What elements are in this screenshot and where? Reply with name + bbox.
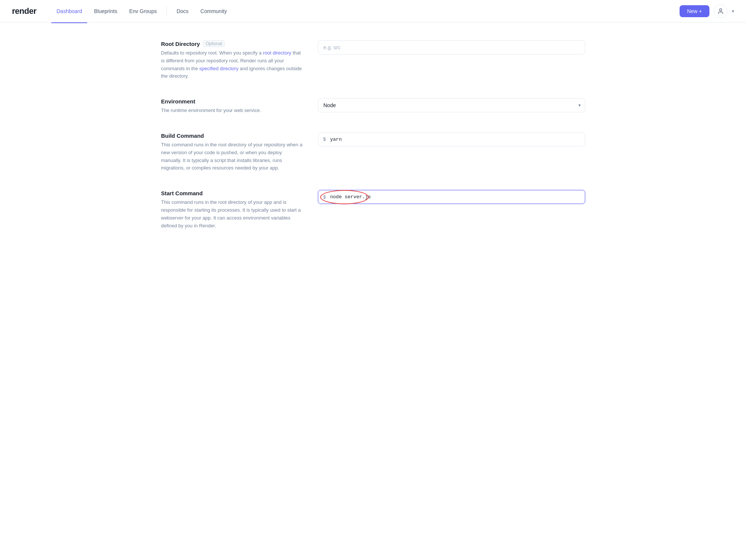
environment-label-area: Environment The runtime environment for … [161, 98, 303, 115]
start-command-label: Start Command [161, 190, 303, 196]
root-directory-desc-part1: Defaults to repository root. When you sp… [161, 50, 263, 56]
build-command-label: Build Command [161, 133, 303, 139]
environment-select[interactable]: Node Python Ruby Go Rust Elixir Docker [318, 98, 585, 112]
nav-item-community[interactable]: Community [195, 5, 232, 17]
build-command-description: This command runs in the root directory … [161, 141, 303, 172]
start-command-label-text: Start Command [161, 190, 203, 196]
root-directory-label-text: Root Directory [161, 41, 200, 47]
environment-section: Environment The runtime environment for … [161, 98, 585, 115]
user-avatar[interactable] [714, 4, 727, 18]
build-command-wrapper: $ [318, 133, 585, 146]
nav-item-docs[interactable]: Docs [171, 5, 194, 17]
brand-logo[interactable]: render [12, 6, 36, 16]
build-command-section: Build Command This command runs in the r… [161, 133, 585, 172]
environment-description: The runtime environment for your web ser… [161, 107, 303, 115]
build-command-label-text: Build Command [161, 133, 204, 139]
svg-point-0 [720, 9, 722, 11]
chevron-down-icon[interactable]: ▾ [732, 9, 734, 14]
root-directory-link1[interactable]: root directory [263, 50, 291, 56]
root-directory-label: Root Directory Optional [161, 40, 303, 47]
root-directory-description: Defaults to repository root. When you sp… [161, 49, 303, 80]
root-directory-label-area: Root Directory Optional Defaults to repo… [161, 40, 303, 80]
navbar: render Dashboard Blueprints Env Groups D… [0, 0, 746, 22]
optional-badge: Optional [203, 40, 225, 47]
root-directory-input-area [318, 40, 585, 55]
environment-input-area: Node Python Ruby Go Rust Elixir Docker ▾ [318, 98, 585, 112]
root-directory-section: Root Directory Optional Defaults to repo… [161, 40, 585, 80]
start-command-wrapper: $ [318, 190, 585, 204]
build-command-label-area: Build Command This command runs in the r… [161, 133, 303, 172]
main-content: Root Directory Optional Defaults to repo… [149, 22, 597, 265]
root-directory-input[interactable] [318, 40, 585, 55]
environment-label: Environment [161, 98, 303, 105]
start-command-label-area: Start Command This command runs in the r… [161, 190, 303, 230]
new-button[interactable]: New + [680, 5, 709, 17]
environment-select-wrapper: Node Python Ruby Go Rust Elixir Docker ▾ [318, 98, 585, 112]
build-command-input[interactable] [318, 133, 585, 146]
nav-item-dashboard[interactable]: Dashboard [51, 5, 87, 17]
navbar-nav: Dashboard Blueprints Env Groups Docs Com… [51, 5, 679, 17]
navbar-right: New + ▾ [680, 4, 734, 18]
start-command-section: Start Command This command runs in the r… [161, 190, 585, 230]
start-command-input-area: $ [318, 190, 585, 204]
nav-divider [166, 7, 167, 16]
root-directory-link2[interactable]: specified directory [199, 66, 238, 71]
start-command-description: This command runs in the root directory … [161, 199, 303, 230]
build-command-input-area: $ [318, 133, 585, 146]
environment-label-text: Environment [161, 98, 196, 105]
nav-item-blueprints[interactable]: Blueprints [89, 5, 122, 17]
nav-item-env-groups[interactable]: Env Groups [124, 5, 162, 17]
start-command-input[interactable] [318, 190, 585, 204]
